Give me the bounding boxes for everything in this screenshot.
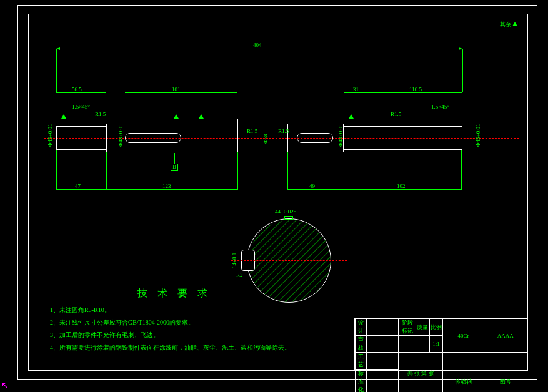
req-line-2: 2、未注线性尺寸公差应符合GB/T1804-2000的要求。 [50,318,194,327]
dim-dia-mid: Φ58 [262,134,269,144]
dim-r-right: R1.5 [391,111,401,117]
tb-material: 40Cr [443,319,484,353]
tb-sheet: 共 张 第 张 [399,353,443,393]
tb-check-label: 审核 [356,336,367,353]
tb-mass-label: 质量 [416,319,429,336]
dim-seg5-top: 110.5 [409,86,422,92]
dim-seg1-bot: 47 [75,183,81,189]
section-centerline-v [289,209,289,312]
keyway-left [125,133,181,143]
dim-seg2-bot: 123 [162,183,171,189]
dim-overall: 404 [253,42,262,48]
dim-seg4-bot: 49 [309,183,315,189]
tb-scale: 1:1 [429,336,443,353]
tb-design-label: 设计 [356,319,367,336]
tb-std-label: 标准化 [356,370,367,393]
dim-overall-line [56,49,462,49]
tb-scale-label: 比例 [429,319,443,336]
req-title: 技 术 要 求 [137,287,211,300]
surface-finish-note: 其余 [500,21,517,29]
shaft-seg-1 [56,126,106,150]
dim-dia-mid-r: Φ48+0.01 [337,124,344,147]
dim-r-mid-r: R1.5 [278,128,289,134]
dim-seg4-top: 31 [353,86,359,92]
dim-seg5-bot: 102 [397,183,406,189]
dim-seg1-top: 56.5 [72,86,82,92]
sf-mark-2 [174,114,179,120]
dim-dia-left: Φ45+0.01 [47,124,53,147]
dim-section-w: 44+0.025 [275,208,296,215]
keyway-right [297,133,333,143]
sf-mark-3 [199,114,204,120]
tb-stage: 阶段标记 [399,319,416,336]
svg-point-1 [249,220,331,303]
sf-mark-1 [61,114,66,120]
req-line-4: 4、所有需要进行涂装的钢铁制件表面在涂漆前，油脂、灰尘、泥土、盐和污物等除去。 [50,343,291,352]
sf-mark-4 [349,114,354,120]
shaft-seg-5 [344,126,462,150]
cad-cursor-icon: ↖ [1,380,9,391]
req-line-1: 1、未注圆角R5-R10。 [50,306,111,315]
tb-part-name: 传动轴 [443,353,484,393]
datum-b: B [171,164,178,171]
dim-chamfer-right: 1.5×45° [431,104,449,110]
dim-dia-right: Φ45+0.01 [475,124,481,147]
dim-r-left: R1.5 [95,111,106,117]
dim-section-r: R2 [236,272,243,278]
tb-company: AAAA [484,319,527,353]
dim-dia-mid-l: Φ48+0.01 [117,124,124,147]
section-top-key [284,216,293,220]
dim-r-mid-l: R1.5 [247,128,257,134]
dim-section-h: 14+0.1 [231,253,237,268]
req-line-3: 3、加工后的零件不允许有毛刺、飞边。 [50,331,159,340]
dim-seg2-top: 101 [172,86,181,92]
tb-drawing-no: 图号 [484,353,527,393]
dim-chamfer-left: 1.5×45° [72,104,90,110]
tb-process-label: 工艺 [356,353,367,370]
title-block: 设计 阶段标记 质量 比例 40Cr AAAA 审核 1:1 工艺 共 张 第 … [354,318,528,371]
